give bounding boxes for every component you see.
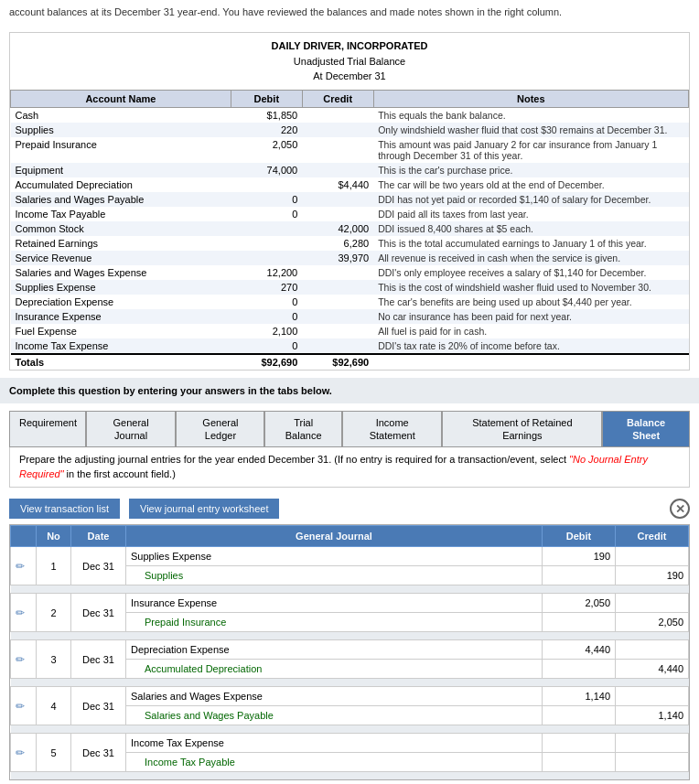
- journal-account[interactable]: Salaries and Wages Payable: [126, 706, 543, 725]
- tb-note: All revenue is received in cash when the…: [373, 251, 688, 265]
- view-journal-button[interactable]: View journal entry worksheet: [129, 499, 279, 519]
- journal-account[interactable]: Prepaid Insurance: [126, 613, 543, 632]
- edit-icon[interactable]: ✏: [11, 687, 37, 725]
- tb-account: Salaries and Wages Payable: [11, 192, 231, 207]
- journal-row: ✏3Dec 31Depreciation Expense4,440: [11, 640, 689, 660]
- tb-debit: 2,100: [231, 324, 302, 338]
- journal-account[interactable]: Accumulated Depreciation: [126, 660, 543, 679]
- tb-credit: [302, 280, 373, 295]
- th-no: No: [37, 526, 71, 547]
- tb-note: The car's benefits are being used up abo…: [373, 295, 688, 309]
- tb-row: Supplies Expense 270 This is the cost of…: [11, 280, 689, 295]
- journal-account[interactable]: Depreciation Expense: [126, 640, 543, 660]
- tb-credit: [302, 107, 373, 123]
- journal-account[interactable]: Insurance Expense: [126, 594, 543, 613]
- row-no: 1: [37, 547, 71, 585]
- row-date: Dec 31: [71, 640, 126, 679]
- journal-table: No Date General Journal Debit Credit ✏1D…: [10, 525, 689, 779]
- tab-balance-sheet[interactable]: Balance Sheet: [602, 411, 690, 447]
- tb-note: DDI's only employee receives a salary of…: [373, 265, 688, 280]
- tab-statement-of-retained-earnings[interactable]: Statement of Retained Earnings: [442, 411, 602, 447]
- tb-note: No car insurance has been paid for next …: [373, 309, 688, 324]
- edit-icon[interactable]: ✏: [11, 734, 37, 772]
- journal-account[interactable]: Supplies: [126, 566, 543, 585]
- journal-table-wrap: No Date General Journal Debit Credit ✏1D…: [9, 524, 690, 780]
- tb-credit: 42,000: [302, 221, 373, 236]
- journal-row: ✏2Dec 31Insurance Expense2,050: [11, 594, 689, 613]
- journal-credit: [616, 594, 689, 613]
- journal-debit: 190: [543, 547, 616, 566]
- edit-icon[interactable]: ✏: [11, 547, 37, 585]
- tb-credit: [302, 309, 373, 324]
- journal-credit: 4,440: [616, 660, 689, 679]
- edit-icon[interactable]: ✏: [11, 594, 37, 632]
- tab-income-statement[interactable]: Income Statement: [342, 411, 443, 447]
- tb-credit: [302, 207, 373, 221]
- journal-debit: 2,050: [543, 594, 616, 613]
- tb-credit: [302, 163, 373, 177]
- tb-debit: [231, 251, 302, 265]
- journal-debit: [543, 753, 616, 772]
- spacer-row: [11, 679, 689, 687]
- journal-account[interactable]: Income Tax Payable: [126, 753, 543, 772]
- spacer-row: [11, 772, 689, 780]
- tb-note: The car will be two years old at the end…: [373, 177, 688, 192]
- tb-account: Retained Earnings: [11, 236, 231, 251]
- view-transaction-button[interactable]: View transaction list: [9, 499, 120, 519]
- tb-row: Totals $92,690 $92,690: [11, 354, 689, 370]
- report-date: At December 31: [16, 69, 683, 84]
- row-no: 3: [37, 640, 71, 679]
- edit-icon[interactable]: ✏: [11, 640, 37, 679]
- row-no: 4: [37, 687, 71, 725]
- tb-account: Prepaid Insurance: [11, 137, 231, 163]
- tb-account: Income Tax Payable: [11, 207, 231, 221]
- tb-note: DDI issued 8,400 shares at $5 each.: [373, 221, 688, 236]
- journal-account[interactable]: Income Tax Expense: [126, 734, 543, 753]
- journal-credit: [616, 687, 689, 706]
- tb-row: Retained Earnings 6,280 This is the tota…: [11, 236, 689, 251]
- journal-debit: 1,140: [543, 687, 616, 706]
- complete-instruction: Complete this question by entering your …: [0, 378, 699, 403]
- tb-row: Salaries and Wages Payable 0 DDI has not…: [11, 192, 689, 207]
- journal-credit: [616, 734, 689, 753]
- nav-buttons: ◀ Requirement General Ledger ▶: [0, 780, 699, 784]
- tb-note: [373, 354, 688, 370]
- journal-credit: [616, 547, 689, 566]
- tb-credit: [302, 338, 373, 354]
- tb-note: This is the cost of windshield washer fl…: [373, 280, 688, 295]
- journal-account[interactable]: Supplies Expense: [126, 547, 543, 566]
- tb-debit: 220: [231, 123, 302, 137]
- tb-row: Prepaid Insurance 2,050 This amount was …: [11, 137, 689, 163]
- tb-credit: [302, 295, 373, 309]
- tb-account: Salaries and Wages Expense: [11, 265, 231, 280]
- tb-row: Salaries and Wages Expense 12,200 DDI's …: [11, 265, 689, 280]
- journal-debit: 4,440: [543, 640, 616, 660]
- row-no: 2: [37, 594, 71, 632]
- tab-general-journal[interactable]: General Journal: [86, 411, 177, 447]
- trial-balance-table: Account Name Debit Credit Notes Cash $1,…: [10, 90, 689, 370]
- tb-debit: 74,000: [231, 163, 302, 177]
- tab-trial-balance[interactable]: Trial Balance: [264, 411, 342, 447]
- tb-debit: 2,050: [231, 137, 302, 163]
- th-debit: Debit: [543, 526, 616, 547]
- tab-general-ledger[interactable]: General Ledger: [176, 411, 264, 447]
- row-date: Dec 31: [71, 547, 126, 585]
- spacer-row: [11, 632, 689, 640]
- tb-credit: $4,440: [302, 177, 373, 192]
- tb-row: Supplies 220 Only windshield washer flui…: [11, 123, 689, 137]
- tb-note: DDI has not yet paid or recorded $1,140 …: [373, 192, 688, 207]
- journal-account[interactable]: Salaries and Wages Expense: [126, 687, 543, 706]
- journal-debit: [543, 566, 616, 585]
- instruction-text: Prepare the adjusting journal entries fo…: [9, 447, 690, 488]
- journal-credit: 2,050: [616, 613, 689, 632]
- tb-credit: [302, 324, 373, 338]
- tb-account: Totals: [11, 354, 231, 370]
- instruction-main: Prepare the adjusting journal entries fo…: [19, 454, 569, 465]
- tab-requirement[interactable]: Requirement: [9, 411, 86, 447]
- journal-debit: [543, 613, 616, 632]
- tb-note: DDI's tax rate is 20% of income before t…: [373, 338, 688, 354]
- tb-credit: [302, 137, 373, 163]
- tb-debit: $1,850: [231, 107, 302, 123]
- tb-note: This equals the bank balance.: [373, 107, 688, 123]
- close-button[interactable]: ✕: [670, 499, 690, 519]
